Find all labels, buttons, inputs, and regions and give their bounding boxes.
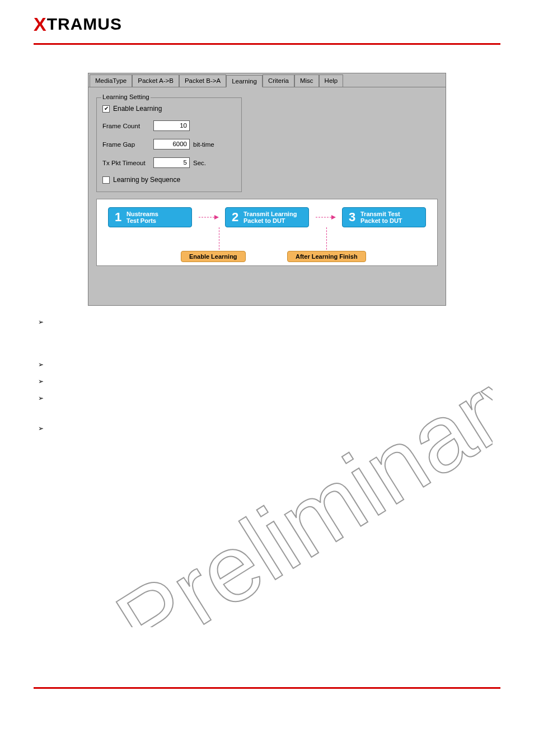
flow-step-2-line1: Transmit Learning [243,211,297,217]
learning-by-sequence-label: Learning by Sequence [113,176,180,184]
arrow-icon [315,214,337,221]
tx-pkt-timeout-unit: Sec. [193,160,206,166]
groupbox-title: Learning Setting [101,94,151,100]
tab-learning[interactable]: Learning [226,75,263,87]
tab-mediatype[interactable]: MediaType [90,74,132,87]
flow-step-1-line1: Nustreams [127,211,158,217]
flow-step-3-number: 3 [347,210,357,225]
frame-count-label: Frame Count [102,123,150,129]
flow-diagram: 1 NustreamsTest Ports 2 Transmit Learnin… [96,199,438,266]
arrow-icon [198,214,220,221]
tab-panel: Learning Setting ✔ Enable Learning Frame… [88,87,446,305]
bullet-item [34,377,500,385]
frame-count-input[interactable]: 10 [153,120,190,131]
svg-marker-3 [331,215,336,220]
learning-by-sequence-checkbox[interactable] [102,176,110,184]
flow-step-2-number: 2 [230,210,240,225]
flow-step-3: 3 Transmit TestPacket to DUT [342,207,426,227]
frame-gap-label: Frame Gap [102,141,150,148]
logo-x: X [34,13,47,35]
connector-line [326,227,327,253]
tab-packet-ab[interactable]: Packet A->B [132,74,179,87]
logo: XTRAMUS [34,15,122,33]
flow-step-1: 1 NustreamsTest Ports [108,207,192,227]
frame-gap-unit: bit-time [193,141,214,148]
frame-gap-input[interactable]: 6000 [153,139,190,150]
bullet-item [34,361,500,368]
dialog-screenshot: MediaType Packet A->B Packet B->A Learni… [88,73,446,306]
logo-rest: TRAMUS [47,15,122,33]
enable-learning-badge: Enable Learning [181,251,246,262]
tx-pkt-timeout-input[interactable]: 5 [153,157,190,168]
bullet-list [34,318,500,432]
bullet-item [34,424,500,432]
footer-rule [34,687,500,689]
flow-step-1-number: 1 [113,210,123,225]
tab-bar: MediaType Packet A->B Packet B->A Learni… [88,73,446,87]
tab-packet-ba[interactable]: Packet B->A [179,74,226,87]
after-learning-finish-badge: After Learning Finish [287,251,366,262]
tab-help[interactable]: Help [319,74,344,87]
tx-pkt-timeout-label: Tx Pkt Timeout [102,160,150,166]
bullet-item [34,394,500,402]
bullet-item [34,318,500,326]
enable-learning-label: Enable Learning [113,105,162,113]
flow-step-1-line2: Test Ports [127,217,156,224]
tab-criteria[interactable]: Criteria [263,74,294,87]
tab-misc[interactable]: Misc [294,74,319,87]
flow-step-3-line1: Transmit Test [360,211,400,217]
flow-step-2-line2: Packet to DUT [243,217,285,224]
enable-learning-checkbox[interactable]: ✔ [102,105,110,113]
learning-setting-group: Learning Setting ✔ Enable Learning Frame… [96,97,242,192]
connector-line [219,227,219,253]
flow-step-3-line2: Packet to DUT [360,217,402,224]
svg-marker-1 [214,215,219,220]
flow-step-2: 2 Transmit LearningPacket to DUT [225,207,309,227]
